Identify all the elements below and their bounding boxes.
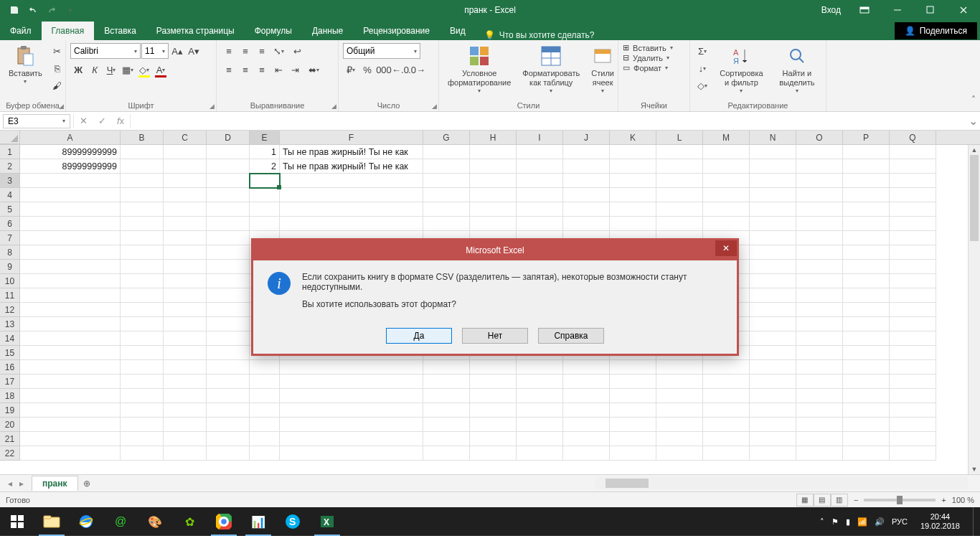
row-header[interactable]: 15 <box>0 346 20 360</box>
cell[interactable] <box>517 202 563 217</box>
formula-input[interactable] <box>131 114 966 128</box>
tray-lang[interactable]: РУС <box>892 517 908 526</box>
cell[interactable] <box>843 331 890 346</box>
bold-button[interactable]: Ж <box>70 62 86 77</box>
cell[interactable]: Ты не прав жирный! Ты не как <box>280 159 423 174</box>
cell[interactable] <box>517 174 563 188</box>
cell[interactable] <box>20 217 121 231</box>
cell[interactable] <box>890 245 936 260</box>
cell[interactable] <box>250 202 280 217</box>
scroll-up-icon[interactable]: ▲ <box>969 145 980 155</box>
row-header[interactable]: 11 <box>0 288 20 303</box>
cell[interactable] <box>750 403 796 418</box>
sheet-tab[interactable]: пранк <box>32 476 78 491</box>
cell[interactable]: Ты не прав жирный! Ты не как <box>280 145 423 159</box>
cell[interactable] <box>563 418 610 432</box>
cell[interactable] <box>563 446 610 461</box>
paste-button[interactable]: Вставить▾ <box>4 43 47 87</box>
cell[interactable] <box>656 403 703 418</box>
cell[interactable] <box>703 217 750 231</box>
cell[interactable] <box>890 418 936 432</box>
underline-button[interactable]: Ч▾ <box>103 62 119 77</box>
dec-decimal-icon[interactable]: .0→ <box>409 62 425 77</box>
cell[interactable] <box>610 202 656 217</box>
cell[interactable] <box>796 245 843 260</box>
merge-icon[interactable]: ⬌▾ <box>303 62 324 77</box>
cell[interactable] <box>470 418 517 432</box>
cell[interactable] <box>750 245 796 260</box>
cell[interactable] <box>796 331 843 346</box>
cell[interactable] <box>656 375 703 389</box>
cell[interactable] <box>750 331 796 346</box>
cell[interactable] <box>843 346 890 360</box>
cell[interactable] <box>517 145 563 159</box>
dialog-titlebar[interactable]: Microsoft Excel ✕ <box>253 240 737 260</box>
row-header[interactable]: 17 <box>0 375 20 389</box>
tab-view[interactable]: Вид <box>440 22 476 40</box>
cell[interactable] <box>563 174 610 188</box>
cell[interactable] <box>890 346 936 360</box>
indent-dec-icon[interactable]: ⇤ <box>270 62 286 77</box>
cell[interactable] <box>843 174 890 188</box>
align-bottom-icon[interactable]: ≡ <box>254 43 270 59</box>
tab-formulas[interactable]: Формулы <box>245 22 302 40</box>
dialog-close-icon[interactable]: ✕ <box>715 240 737 256</box>
cell[interactable] <box>750 260 796 274</box>
tell-me-search[interactable]: 💡 Что вы хотите сделать? <box>476 30 603 40</box>
redo-icon[interactable] <box>43 1 60 19</box>
cell[interactable] <box>164 331 207 346</box>
cell[interactable] <box>470 446 517 461</box>
cell[interactable] <box>656 432 703 446</box>
dialog-yes-button[interactable]: Да <box>386 328 452 344</box>
column-header[interactable]: J <box>563 131 610 144</box>
page-layout-icon[interactable]: ▤ <box>814 494 831 507</box>
cell[interactable] <box>20 446 121 461</box>
delete-cells-button[interactable]: ⊟ Удалить ▾ <box>623 53 673 62</box>
row-header[interactable]: 20 <box>0 418 20 432</box>
cell[interactable] <box>121 303 164 317</box>
cell[interactable] <box>164 217 207 231</box>
cancel-formula-icon[interactable]: ✕ <box>74 114 93 128</box>
row-header[interactable]: 16 <box>0 360 20 375</box>
cell[interactable] <box>470 145 517 159</box>
column-header[interactable]: D <box>207 131 250 144</box>
cell[interactable] <box>20 231 121 245</box>
cell[interactable] <box>164 403 207 418</box>
cell[interactable] <box>164 446 207 461</box>
cell[interactable] <box>164 303 207 317</box>
cell[interactable] <box>164 188 207 202</box>
cell[interactable] <box>796 217 843 231</box>
cell[interactable] <box>796 360 843 375</box>
fill-icon[interactable]: ↓▾ <box>694 60 710 76</box>
ie-icon[interactable] <box>69 507 103 536</box>
cell[interactable] <box>121 331 164 346</box>
cell[interactable] <box>703 188 750 202</box>
name-box[interactable]: E3▾ <box>3 114 70 128</box>
cell[interactable] <box>890 188 936 202</box>
row-header[interactable]: 10 <box>0 274 20 288</box>
cell[interactable] <box>423 446 470 461</box>
align-center-icon[interactable]: ≡ <box>237 62 253 77</box>
cell[interactable]: 2 <box>250 159 280 174</box>
clear-icon[interactable]: ◇▾ <box>694 77 710 93</box>
scroll-thumb[interactable] <box>970 155 979 241</box>
column-header[interactable]: O <box>796 131 843 144</box>
row-header[interactable]: 1 <box>0 145 20 159</box>
row-header[interactable]: 19 <box>0 403 20 418</box>
row-header[interactable]: 12 <box>0 303 20 317</box>
cell[interactable] <box>423 375 470 389</box>
comma-icon[interactable]: 000 <box>376 62 392 77</box>
cell[interactable] <box>610 145 656 159</box>
cell[interactable] <box>750 174 796 188</box>
cell[interactable] <box>207 217 250 231</box>
cell[interactable] <box>517 360 563 375</box>
cell[interactable] <box>207 389 250 403</box>
cell[interactable] <box>843 432 890 446</box>
conditional-format-button[interactable]: Условное форматирование▾ <box>443 43 515 96</box>
cell[interactable] <box>890 159 936 174</box>
cell[interactable] <box>423 217 470 231</box>
tray-clock[interactable]: 20:44 19.02.2018 <box>915 512 966 531</box>
cell[interactable] <box>423 174 470 188</box>
show-desktop-button[interactable] <box>973 507 977 536</box>
cell[interactable] <box>250 360 280 375</box>
